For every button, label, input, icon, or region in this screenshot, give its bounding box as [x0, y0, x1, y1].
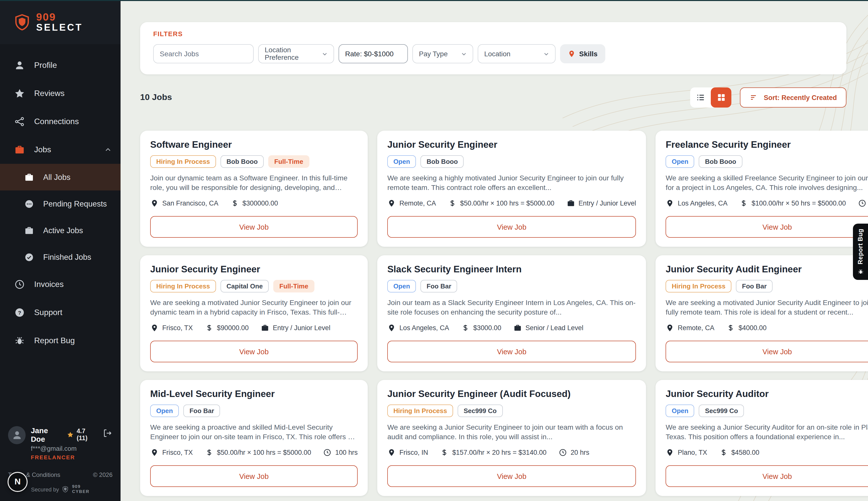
- rate-range-input[interactable]: [338, 44, 408, 63]
- skills-filter-button[interactable]: Skills: [560, 44, 605, 63]
- sidebar-item-finished-jobs[interactable]: Finished Jobs: [0, 244, 121, 270]
- job-badges: Hiring In ProcessCapital OneFull-Time: [150, 280, 358, 292]
- job-meta-item: Remote, CA: [387, 199, 436, 207]
- brand-logo[interactable]: 909 SELECT: [0, 0, 121, 44]
- job-meta-text: Los Angeles, CA: [399, 324, 449, 331]
- sidebar-item-report-bug[interactable]: Report Bug: [0, 327, 121, 355]
- chevron-down-icon: [543, 50, 550, 57]
- chevron-down-icon: [460, 50, 468, 57]
- view-job-button[interactable]: View Job: [666, 216, 868, 238]
- job-meta-item: $300000.00: [230, 199, 278, 207]
- job-meta-item: $90000.00: [205, 323, 249, 332]
- job-card: Junior Security Audit EngineerHiring In …: [656, 255, 868, 371]
- job-meta-item: Plano, TX: [666, 448, 707, 457]
- location-preference-select[interactable]: Location Preference: [258, 44, 334, 63]
- job-meta-text: Senior / Lead Level: [525, 324, 584, 331]
- job-title: Slack Security Engineer Intern: [387, 264, 636, 275]
- job-meta-item: Frisco, TX: [150, 448, 193, 457]
- job-meta-row: Los Angeles, CA$100.00/hr × 50 hrs = $50…: [666, 199, 868, 207]
- location-select[interactable]: Location: [478, 44, 555, 63]
- brand-name: SELECT: [36, 23, 83, 33]
- job-meta-row: Remote, CA$4000.00: [666, 323, 868, 332]
- view-job-button[interactable]: View Job: [150, 341, 358, 362]
- dollar-icon: [205, 448, 214, 457]
- results-toolbar: 10 Jobs Sort: Recently Created: [140, 87, 846, 108]
- sidebar-item-label: Report Bug: [34, 336, 75, 345]
- job-meta-row: Frisco, TX$90000.00Entry / Junior Level: [150, 323, 358, 332]
- grid-view-button[interactable]: [711, 87, 731, 108]
- sidebar-item-invoices[interactable]: Invoices: [0, 270, 121, 298]
- grid-view-icon: [716, 93, 726, 103]
- job-title: Junior Security Auditor: [666, 388, 868, 399]
- job-title: Junior Security Engineer: [150, 264, 358, 275]
- secured-brand: 909 CYBER: [72, 485, 90, 494]
- job-meta-item: Los Angeles, CA: [387, 323, 449, 332]
- sidebar-item-jobs[interactable]: Jobs: [0, 136, 121, 164]
- view-job-button[interactable]: View Job: [666, 465, 868, 487]
- job-meta-item: $100.00/hr × 50 hrs = $5000.00: [740, 199, 846, 207]
- sidebar-item-support[interactable]: ?Support: [0, 298, 121, 327]
- job-meta-item: San Francisco, CA: [150, 199, 218, 207]
- job-badges: Hiring In ProcessSec999 Co: [387, 405, 636, 417]
- view-job-button[interactable]: View Job: [387, 341, 636, 362]
- brand-number: 909: [36, 12, 83, 23]
- sidebar-item-profile[interactable]: Profile: [0, 51, 121, 79]
- sort-button[interactable]: Sort: Recently Created: [740, 87, 846, 108]
- location-pin-icon: [387, 323, 396, 332]
- job-badges: Hiring In ProcessBob BoooFull-Time: [150, 155, 358, 168]
- job-meta-item: Frisco, IN: [387, 448, 428, 457]
- sidebar-item-pending-requests[interactable]: Pending Requests: [0, 190, 121, 217]
- sidebar-item-all-jobs[interactable]: All Jobs: [0, 164, 121, 190]
- view-toggle: [691, 87, 731, 108]
- job-meta-text: Entry / Junior Level: [273, 324, 330, 331]
- view-job-button[interactable]: View Job: [387, 465, 636, 487]
- job-title: Software Engineer: [150, 139, 358, 150]
- job-card: Junior Security AuditorOpenSec999 CoWe a…: [656, 380, 868, 496]
- location-pin-icon: [666, 323, 674, 332]
- list-view-icon: [696, 93, 706, 103]
- chevron-up-icon: [104, 145, 112, 154]
- job-meta-text: 100 hrs: [335, 448, 358, 456]
- job-meta-text: $90000.00: [217, 324, 249, 331]
- briefcase-icon: [24, 225, 34, 235]
- briefcase-icon: [261, 323, 269, 332]
- sidebar-nav: ProfileReviewsConnectionsJobsAll JobsPen…: [0, 51, 121, 355]
- sidebar-item-active-jobs[interactable]: Active Jobs: [0, 217, 121, 244]
- job-meta-text: Frisco, TX: [162, 324, 193, 331]
- chat-widget-button[interactable]: N: [8, 472, 28, 492]
- sidebar-item-label: Pending Requests: [43, 199, 107, 208]
- user-info: Jane Doe 4.7 (11) f***@gmail.com FREELAN…: [31, 426, 97, 460]
- report-bug-tab[interactable]: Report Bug: [853, 224, 868, 280]
- job-count: 10 Jobs: [140, 93, 172, 103]
- skills-pin-icon: [568, 50, 576, 58]
- logout-button[interactable]: [102, 428, 112, 438]
- sidebar-item-label: Finished Jobs: [43, 253, 91, 262]
- list-view-button[interactable]: [691, 87, 711, 108]
- job-badges: Hiring In ProcessFoo Bar: [666, 280, 868, 292]
- sidebar-item-label: Profile: [34, 61, 57, 70]
- location-preference-value: Location Preference: [265, 46, 319, 61]
- badge-company: Foo Bar: [736, 280, 772, 292]
- badge-open: Open: [387, 155, 416, 168]
- badge-company: Bob Booo: [220, 155, 264, 168]
- dollar-icon: [740, 199, 748, 207]
- job-description: We are seeking a Junior Security Auditor…: [666, 423, 868, 442]
- sidebar-item-reviews[interactable]: Reviews: [0, 79, 121, 108]
- pay-type-select[interactable]: Pay Type: [412, 44, 473, 63]
- view-job-button[interactable]: View Job: [387, 216, 636, 238]
- sidebar-item-label: Invoices: [34, 280, 64, 289]
- logout-icon: [102, 428, 112, 438]
- search-jobs-input[interactable]: [153, 44, 254, 63]
- job-meta-text: $3000.00: [473, 324, 501, 331]
- job-card: Software EngineerHiring In ProcessBob Bo…: [140, 131, 368, 247]
- dollar-icon: [230, 199, 239, 207]
- location-pin-icon: [150, 448, 159, 457]
- briefcase-icon: [24, 172, 34, 182]
- view-job-button[interactable]: View Job: [150, 216, 358, 238]
- job-description: Join our dynamic team as a Software Engi…: [150, 173, 358, 193]
- view-job-button[interactable]: View Job: [666, 341, 868, 362]
- view-job-button[interactable]: View Job: [150, 465, 358, 487]
- sidebar-item-connections[interactable]: Connections: [0, 108, 121, 136]
- badge-company: Bob Booo: [421, 155, 464, 168]
- job-card: Junior Security EngineerHiring In Proces…: [140, 255, 368, 371]
